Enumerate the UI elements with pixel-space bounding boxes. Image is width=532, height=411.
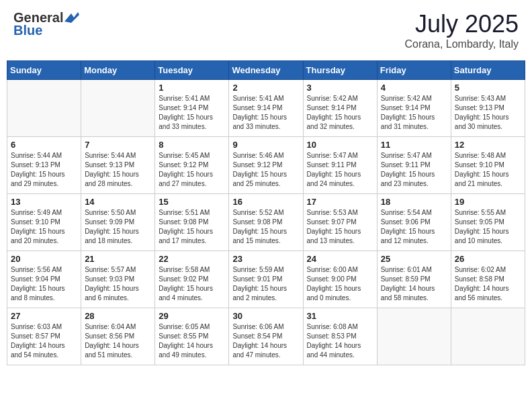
calendar-cell: 5Sunrise: 5:43 AM Sunset: 9:13 PM Daylig… (451, 80, 525, 137)
calendar-cell: 13Sunrise: 5:49 AM Sunset: 9:10 PM Dayli… (7, 194, 81, 251)
month-title: July 2025 (404, 10, 519, 38)
calendar-cell: 29Sunrise: 6:05 AM Sunset: 8:55 PM Dayli… (155, 308, 229, 365)
day-number: 11 (381, 140, 447, 150)
day-number: 14 (85, 197, 151, 207)
day-detail: Sunrise: 6:01 AM Sunset: 8:59 PM Dayligh… (381, 265, 447, 303)
calendar-cell: 15Sunrise: 5:51 AM Sunset: 9:08 PM Dayli… (155, 194, 229, 251)
column-header-friday: Friday (377, 61, 451, 80)
day-number: 27 (11, 311, 77, 321)
day-detail: Sunrise: 5:46 AM Sunset: 9:12 PM Dayligh… (232, 151, 299, 189)
day-detail: Sunrise: 6:03 AM Sunset: 8:57 PM Dayligh… (11, 322, 77, 360)
column-header-sunday: Sunday (7, 61, 81, 80)
day-number: 13 (11, 197, 77, 207)
calendar-cell: 27Sunrise: 6:03 AM Sunset: 8:57 PM Dayli… (7, 308, 81, 365)
day-detail: Sunrise: 5:54 AM Sunset: 9:06 PM Dayligh… (381, 208, 447, 246)
calendar-cell: 10Sunrise: 5:47 AM Sunset: 9:11 PM Dayli… (303, 137, 377, 194)
day-number: 29 (159, 311, 225, 321)
calendar-cell: 8Sunrise: 5:45 AM Sunset: 9:12 PM Daylig… (155, 137, 229, 194)
day-detail: Sunrise: 5:44 AM Sunset: 9:13 PM Dayligh… (85, 151, 151, 189)
calendar-cell: 31Sunrise: 6:08 AM Sunset: 8:53 PM Dayli… (303, 308, 377, 365)
day-detail: Sunrise: 6:06 AM Sunset: 8:54 PM Dayligh… (232, 322, 299, 360)
day-detail: Sunrise: 5:42 AM Sunset: 9:14 PM Dayligh… (307, 94, 373, 132)
day-number: 15 (159, 197, 225, 207)
calendar-cell: 9Sunrise: 5:46 AM Sunset: 9:12 PM Daylig… (229, 137, 303, 194)
day-detail: Sunrise: 5:42 AM Sunset: 9:14 PM Dayligh… (381, 94, 447, 132)
calendar-cell (7, 80, 81, 137)
day-detail: Sunrise: 5:41 AM Sunset: 9:14 PM Dayligh… (159, 94, 225, 132)
day-number: 25 (381, 254, 447, 264)
day-detail: Sunrise: 5:44 AM Sunset: 9:13 PM Dayligh… (11, 151, 77, 189)
day-detail: Sunrise: 5:49 AM Sunset: 9:10 PM Dayligh… (11, 208, 77, 246)
calendar-cell: 16Sunrise: 5:52 AM Sunset: 9:08 PM Dayli… (229, 194, 303, 251)
calendar-week-row: 27Sunrise: 6:03 AM Sunset: 8:57 PM Dayli… (7, 308, 525, 365)
calendar-week-row: 13Sunrise: 5:49 AM Sunset: 9:10 PM Dayli… (7, 194, 525, 251)
calendar-cell: 18Sunrise: 5:54 AM Sunset: 9:06 PM Dayli… (377, 194, 451, 251)
day-number: 6 (11, 140, 77, 150)
day-detail: Sunrise: 6:04 AM Sunset: 8:56 PM Dayligh… (85, 322, 151, 360)
calendar-cell: 4Sunrise: 5:42 AM Sunset: 9:14 PM Daylig… (377, 80, 451, 137)
day-number: 9 (232, 140, 299, 150)
location-title: Corana, Lombardy, Italy (404, 38, 519, 50)
day-number: 7 (85, 140, 151, 150)
day-detail: Sunrise: 6:02 AM Sunset: 8:58 PM Dayligh… (455, 265, 521, 303)
day-number: 31 (307, 311, 373, 321)
calendar-cell: 1Sunrise: 5:41 AM Sunset: 9:14 PM Daylig… (155, 80, 229, 137)
day-number: 18 (381, 197, 447, 207)
day-detail: Sunrise: 6:05 AM Sunset: 8:55 PM Dayligh… (159, 322, 225, 360)
calendar-cell (451, 308, 525, 365)
column-header-monday: Monday (81, 61, 155, 80)
calendar-cell: 26Sunrise: 6:02 AM Sunset: 8:58 PM Dayli… (451, 251, 525, 308)
calendar-cell: 25Sunrise: 6:01 AM Sunset: 8:59 PM Dayli… (377, 251, 451, 308)
calendar-cell: 30Sunrise: 6:06 AM Sunset: 8:54 PM Dayli… (229, 308, 303, 365)
calendar-cell: 21Sunrise: 5:57 AM Sunset: 9:03 PM Dayli… (81, 251, 155, 308)
day-number: 5 (455, 83, 521, 93)
calendar-cell (377, 308, 451, 365)
day-number: 16 (232, 197, 299, 207)
day-number: 23 (232, 254, 299, 264)
calendar-week-row: 6Sunrise: 5:44 AM Sunset: 9:13 PM Daylig… (7, 137, 525, 194)
day-detail: Sunrise: 5:55 AM Sunset: 9:05 PM Dayligh… (455, 208, 521, 246)
day-detail: Sunrise: 5:52 AM Sunset: 9:08 PM Dayligh… (232, 208, 299, 246)
day-number: 19 (455, 197, 521, 207)
day-number: 10 (307, 140, 373, 150)
calendar-cell: 6Sunrise: 5:44 AM Sunset: 9:13 PM Daylig… (7, 137, 81, 194)
day-number: 26 (455, 254, 521, 264)
column-header-saturday: Saturday (451, 61, 525, 80)
day-number: 21 (85, 254, 151, 264)
day-number: 1 (159, 83, 225, 93)
day-detail: Sunrise: 5:50 AM Sunset: 9:09 PM Dayligh… (85, 208, 151, 246)
day-number: 28 (85, 311, 151, 321)
logo-bird-icon (64, 12, 79, 23)
day-detail: Sunrise: 5:41 AM Sunset: 9:14 PM Dayligh… (232, 94, 299, 132)
column-header-tuesday: Tuesday (155, 61, 229, 80)
calendar-cell: 14Sunrise: 5:50 AM Sunset: 9:09 PM Dayli… (81, 194, 155, 251)
logo-blue-text: Blue (13, 23, 42, 38)
calendar-cell: 24Sunrise: 6:00 AM Sunset: 9:00 PM Dayli… (303, 251, 377, 308)
calendar-cell: 23Sunrise: 5:59 AM Sunset: 9:01 PM Dayli… (229, 251, 303, 308)
page-header: General Blue July 2025 Corana, Lombardy,… (7, 7, 525, 54)
day-detail: Sunrise: 5:59 AM Sunset: 9:01 PM Dayligh… (232, 265, 299, 303)
calendar-cell: 11Sunrise: 5:47 AM Sunset: 9:11 PM Dayli… (377, 137, 451, 194)
calendar-cell: 20Sunrise: 5:56 AM Sunset: 9:04 PM Dayli… (7, 251, 81, 308)
day-detail: Sunrise: 5:48 AM Sunset: 9:10 PM Dayligh… (455, 151, 521, 189)
day-number: 17 (307, 197, 373, 207)
day-number: 8 (159, 140, 225, 150)
calendar-header-row: SundayMondayTuesdayWednesdayThursdayFrid… (7, 61, 525, 80)
day-number: 30 (232, 311, 299, 321)
day-number: 22 (159, 254, 225, 264)
calendar-cell: 3Sunrise: 5:42 AM Sunset: 9:14 PM Daylig… (303, 80, 377, 137)
day-detail: Sunrise: 5:45 AM Sunset: 9:12 PM Dayligh… (159, 151, 225, 189)
day-detail: Sunrise: 5:57 AM Sunset: 9:03 PM Dayligh… (85, 265, 151, 303)
calendar-cell: 22Sunrise: 5:58 AM Sunset: 9:02 PM Dayli… (155, 251, 229, 308)
column-header-wednesday: Wednesday (229, 61, 303, 80)
day-number: 4 (381, 83, 447, 93)
day-detail: Sunrise: 5:53 AM Sunset: 9:07 PM Dayligh… (307, 208, 373, 246)
calendar-week-row: 1Sunrise: 5:41 AM Sunset: 9:14 PM Daylig… (7, 80, 525, 137)
logo: General Blue (13, 10, 79, 38)
svg-marker-0 (64, 12, 79, 23)
calendar-cell: 17Sunrise: 5:53 AM Sunset: 9:07 PM Dayli… (303, 194, 377, 251)
calendar-cell: 12Sunrise: 5:48 AM Sunset: 9:10 PM Dayli… (451, 137, 525, 194)
day-detail: Sunrise: 6:08 AM Sunset: 8:53 PM Dayligh… (307, 322, 373, 360)
calendar-table: SundayMondayTuesdayWednesdayThursdayFrid… (7, 60, 525, 365)
day-detail: Sunrise: 5:58 AM Sunset: 9:02 PM Dayligh… (159, 265, 225, 303)
